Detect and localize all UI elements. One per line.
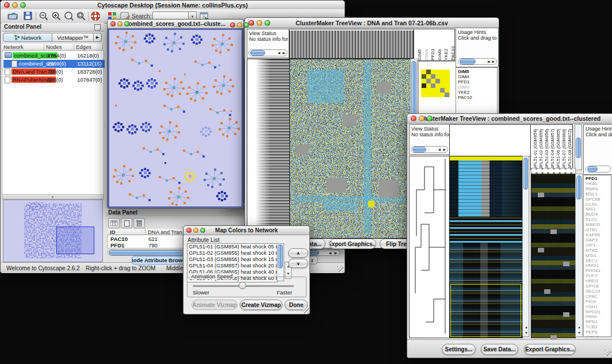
- network-canvas[interactable]: [108, 28, 243, 208]
- minimize-icon[interactable]: [257, 20, 262, 26]
- usage-hints-hscrollbar[interactable]: [586, 166, 611, 173]
- scrollbar-thumb[interactable]: [587, 166, 598, 172]
- list-item[interactable]: GPL51-01 (GSM854) heat shock 05 min: [188, 244, 277, 250]
- row-dendrogram[interactable]: [409, 156, 450, 338]
- table-row[interactable]: DNA and Tran 07 769(0) 183728(0): [3, 68, 105, 76]
- table-row[interactable]: combined_scores 2764(0) 16218(0): [3, 52, 105, 60]
- scrollbar-thumb[interactable]: [523, 158, 528, 190]
- zoom-window-icon[interactable]: [20, 2, 26, 8]
- scrollbar-thumb[interactable]: [250, 50, 265, 56]
- column-header-id[interactable]: ID: [108, 229, 146, 235]
- scrollbar-thumb[interactable]: [576, 137, 581, 158]
- close-icon[interactable]: [186, 228, 192, 233]
- column-header-nodes[interactable]: Nodes: [44, 44, 74, 51]
- treeview2-titlebar[interactable]: ClusterMaker TreeView : combined_scores_…: [407, 114, 612, 124]
- delete-attribute-button[interactable]: [133, 218, 145, 228]
- table-row[interactable]: RNAPuberNov2+ 563(0) 107847(0): [3, 76, 105, 84]
- overview-viewport[interactable]: [56, 227, 94, 254]
- open-file-icon[interactable]: [7, 12, 18, 20]
- row-id[interactable]: PFD1: [110, 242, 124, 248]
- zoom-heatmap[interactable]: [531, 174, 576, 338]
- scroll-left-icon[interactable]: ◀: [277, 51, 280, 55]
- zoom-selected-icon[interactable]: [76, 11, 86, 21]
- table-row-selected[interactable]: combined_sco 2569(6) 13112(15): [3, 60, 105, 68]
- zoom-window-icon[interactable]: [427, 116, 433, 121]
- scroll-right-icon[interactable]: ▶: [334, 251, 337, 255]
- zoom-window-icon[interactable]: [265, 20, 270, 26]
- network-overview[interactable]: [3, 200, 103, 262]
- list-item[interactable]: GPL51-03 (GSM856) heat shock 15 min: [188, 256, 277, 263]
- scroll-right-icon[interactable]: ▶: [282, 51, 285, 55]
- window-controls[interactable]: [4, 2, 26, 8]
- row-value[interactable]: 790: [148, 242, 158, 248]
- resize-grip[interactable]: [303, 307, 309, 313]
- treeview1-titlebar[interactable]: ClusterMaker TreeView : DNA and Tran 07-…: [245, 18, 499, 28]
- usage-hints-hscrollbar[interactable]: ◀ ▶: [458, 58, 497, 65]
- help-lifesaver-icon[interactable]: [90, 11, 101, 21]
- export-graphics-button[interactable]: Export Graphics...: [524, 344, 576, 355]
- move-down-button[interactable]: ∨: [288, 259, 308, 268]
- move-up-button[interactable]: ∧: [288, 248, 308, 258]
- close-icon[interactable]: [248, 20, 254, 26]
- minimize-icon[interactable]: [117, 21, 123, 26]
- view-status-hscrollbar[interactable]: ◀ ▶: [411, 146, 448, 153]
- row-id[interactable]: PAC10: [110, 236, 128, 242]
- settings-button[interactable]: Settings...: [442, 344, 476, 355]
- tab-overflow-button[interactable]: ▶: [94, 33, 102, 42]
- view-status-hscrollbar[interactable]: ◀ ▶: [248, 49, 288, 56]
- zoom-fit-icon[interactable]: [64, 11, 74, 21]
- scrollbar-thumb[interactable]: [278, 244, 283, 269]
- column-header-edges[interactable]: Edges: [74, 44, 103, 51]
- speed-slider-thumb[interactable]: [239, 282, 246, 289]
- scroll-down-icon[interactable]: ▼: [525, 331, 528, 335]
- zoom-out-icon[interactable]: [39, 11, 49, 21]
- labels-vscrollbar[interactable]: [575, 124, 582, 170]
- network-window-titlebar[interactable]: combined_scores_good.txt--cluste...: [108, 20, 243, 29]
- scroll-left-icon[interactable]: ◀: [328, 251, 331, 255]
- similarity-heatmap[interactable]: [289, 59, 411, 239]
- heatmap-vscrollbar[interactable]: ▲ ▼: [522, 156, 529, 337]
- step-down-icon[interactable]: ▼: [286, 272, 290, 275]
- column-header-network[interactable]: Network: [2, 44, 44, 51]
- close-icon[interactable]: [411, 116, 416, 121]
- resize-grip[interactable]: [605, 350, 611, 356]
- resize-grip[interactable]: [337, 266, 343, 272]
- zoom-vscrollbar[interactable]: ▲ ▼: [575, 174, 583, 337]
- scroll-left-icon[interactable]: ◀: [438, 148, 441, 151]
- save-icon[interactable]: [24, 12, 32, 20]
- scroll-up-icon[interactable]: ▲: [525, 325, 528, 329]
- close-icon[interactable]: [110, 21, 116, 26]
- scroll-left-icon[interactable]: ◀: [487, 60, 489, 63]
- minimize-icon[interactable]: [12, 2, 18, 8]
- float-panel-icon[interactable]: [94, 24, 101, 30]
- new-attribute-button[interactable]: [121, 218, 132, 228]
- zoom-window-icon[interactable]: [200, 228, 205, 233]
- create-vizmap-button[interactable]: Create Vizmap: [240, 300, 282, 310]
- list-item[interactable]: GPL51-02 (GSM855) heat shock 10 min: [188, 250, 277, 256]
- minimize-icon[interactable]: [419, 116, 424, 121]
- scroll-up-icon[interactable]: ▲: [577, 325, 581, 329]
- scroll-down-icon[interactable]: ▼: [577, 331, 581, 335]
- close-icon[interactable]: [230, 22, 235, 28]
- tab-vizmapper[interactable]: VizMapper™: [52, 33, 94, 42]
- cluster-matrix[interactable]: [421, 70, 450, 97]
- tab-node-attribute-browser[interactable]: Node Attribute Browser: [132, 256, 188, 265]
- save-data-button[interactable]: Save Data...: [481, 344, 518, 355]
- column-dendrogram-area[interactable]: [449, 124, 531, 156]
- close-icon[interactable]: [4, 2, 10, 8]
- scrollbar-thumb[interactable]: [412, 147, 426, 152]
- zoom-in-icon[interactable]: [51, 11, 62, 21]
- scrollbar-thumb[interactable]: [576, 175, 582, 200]
- expression-heatmap[interactable]: [449, 156, 523, 338]
- minimize-icon[interactable]: [237, 22, 242, 28]
- dialog-titlebar[interactable]: Map Colors to Network: [183, 226, 309, 235]
- attribute-select-button[interactable]: [108, 218, 120, 228]
- minimize-icon[interactable]: [193, 228, 198, 233]
- panel-divider-handle[interactable]: [2, 194, 104, 200]
- tab-network[interactable]: Network: [3, 33, 52, 42]
- attribute-list-vscrollbar[interactable]: [277, 243, 284, 281]
- row-value[interactable]: 621: [148, 236, 158, 242]
- scroll-right-icon[interactable]: ▶: [443, 148, 446, 151]
- zoom-window-icon[interactable]: [124, 21, 129, 26]
- row-dendrogram[interactable]: [247, 59, 290, 239]
